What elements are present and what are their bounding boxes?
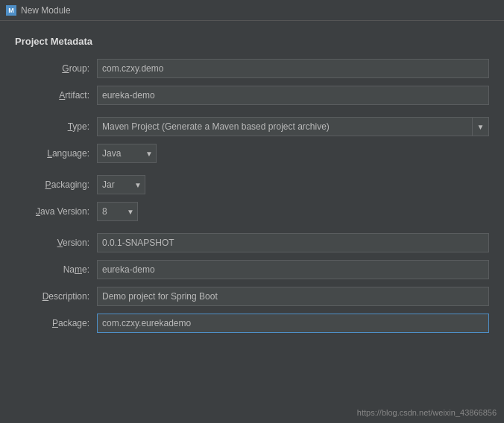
packaging-row: Packaging: Jar War ▼ bbox=[15, 175, 489, 194]
version-input[interactable] bbox=[97, 233, 489, 252]
name-label: Name: bbox=[15, 264, 97, 275]
java-version-select-wrapper: 8 11 17 ▼ bbox=[97, 202, 138, 221]
packaging-select[interactable]: Jar War bbox=[97, 175, 145, 194]
package-row: Package: bbox=[15, 314, 489, 333]
form-content: Project Metadata Group: Artifact: Type: … bbox=[0, 21, 504, 355]
type-input[interactable] bbox=[97, 117, 473, 136]
type-label: Type: bbox=[15, 121, 97, 132]
group-row: Group: bbox=[15, 59, 489, 78]
java-version-label: Java Version: bbox=[15, 206, 97, 217]
description-label: Description: bbox=[15, 291, 97, 302]
title-bar: M New Module bbox=[0, 0, 504, 21]
watermark: https://blog.csdn.net/weixin_43866856 bbox=[357, 408, 497, 417]
type-row: Type: ▼ bbox=[15, 117, 489, 136]
packaging-label: Packaging: bbox=[15, 179, 97, 190]
packaging-select-wrapper: Jar War ▼ bbox=[97, 175, 145, 194]
section-title: Project Metadata bbox=[15, 36, 489, 47]
artifact-input[interactable] bbox=[97, 86, 489, 105]
java-version-select[interactable]: 8 11 17 bbox=[97, 202, 138, 221]
name-row: Name: bbox=[15, 260, 489, 279]
language-label: Language: bbox=[15, 148, 97, 159]
description-input[interactable] bbox=[97, 287, 489, 306]
version-row: Version: bbox=[15, 233, 489, 252]
description-row: Description: bbox=[15, 287, 489, 306]
type-select-wrapper: ▼ bbox=[97, 117, 489, 136]
artifact-row: Artifact: bbox=[15, 86, 489, 105]
version-label: Version: bbox=[15, 238, 97, 248]
group-input[interactable] bbox=[97, 59, 489, 78]
language-row: Language: Java Kotlin Groovy ▼ bbox=[15, 144, 489, 163]
dialog-title: New Module bbox=[21, 5, 71, 16]
module-icon: M bbox=[6, 5, 16, 16]
language-select[interactable]: Java Kotlin Groovy bbox=[97, 144, 157, 163]
java-version-row: Java Version: 8 11 17 ▼ bbox=[15, 202, 489, 221]
group-label: Group: bbox=[15, 63, 97, 74]
package-input[interactable] bbox=[97, 314, 489, 333]
package-label: Package: bbox=[15, 318, 97, 328]
language-select-wrapper: Java Kotlin Groovy ▼ bbox=[97, 144, 157, 163]
name-input[interactable] bbox=[97, 260, 489, 279]
artifact-label: Artifact: bbox=[15, 90, 97, 101]
type-dropdown-button[interactable]: ▼ bbox=[473, 117, 489, 136]
